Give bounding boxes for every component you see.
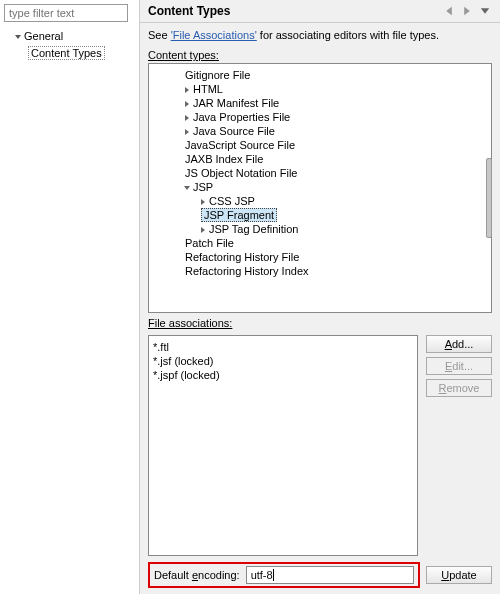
tree-item-general[interactable]: General (4, 28, 135, 44)
content-type-item[interactable]: Patch File (153, 236, 487, 250)
file-association-item[interactable]: *.ftl (153, 340, 413, 354)
file-associations-label: File associations: (148, 317, 492, 329)
content-type-item[interactable]: JAXB Index File (153, 152, 487, 166)
content-type-item[interactable]: JAR Manifest File (153, 96, 487, 110)
content-type-item[interactable]: Gitignore File (153, 68, 487, 82)
remove-button: Remove (426, 379, 492, 397)
page-title: Content Types (148, 4, 230, 18)
encoding-input[interactable]: utf-8 (246, 566, 414, 584)
edit-button: Edit... (426, 357, 492, 375)
content-panel: Content Types See 'File Associations' fo… (140, 0, 500, 594)
content-type-item[interactable]: Refactoring History Index (153, 264, 487, 278)
content-type-item[interactable]: Refactoring History File (153, 250, 487, 264)
content-type-item[interactable]: JSP Fragment (153, 208, 487, 222)
content-type-item[interactable]: HTML (153, 82, 487, 96)
chevron-icon[interactable] (185, 129, 189, 135)
add-button[interactable]: Add... (426, 335, 492, 353)
tree-item-content-types[interactable]: Content Types (4, 44, 135, 62)
panel-header: Content Types (140, 0, 500, 23)
scrollbar-thumb[interactable] (486, 158, 492, 238)
content-type-item[interactable]: JavaScript Source File (153, 138, 487, 152)
chevron-icon[interactable] (185, 101, 189, 107)
intro-text: See 'File Associations' for associating … (148, 29, 492, 45)
update-button[interactable]: Update (426, 566, 492, 584)
content-type-item[interactable]: CSS JSP (153, 194, 487, 208)
dropdown-icon[interactable] (478, 4, 492, 18)
toolbar-nav (442, 4, 492, 18)
content-types-tree[interactable]: Gitignore FileHTMLJAR Manifest FileJava … (148, 63, 492, 313)
chevron-icon[interactable] (185, 115, 189, 121)
chevron-icon[interactable] (201, 199, 205, 205)
chevron-icon[interactable] (201, 227, 205, 233)
forward-icon[interactable] (460, 4, 474, 18)
filter-input[interactable] (4, 4, 128, 22)
content-type-item[interactable]: JSP Tag Definition (153, 222, 487, 236)
file-association-item[interactable]: *.jsf (locked) (153, 354, 413, 368)
caret-down-icon (15, 35, 21, 39)
encoding-highlight: Default encoding: utf-8 (148, 562, 420, 588)
content-type-item[interactable]: Java Source File (153, 124, 487, 138)
chevron-icon[interactable] (184, 186, 190, 190)
back-icon[interactable] (442, 4, 456, 18)
content-types-label: Content types: (148, 49, 492, 61)
tree-label: General (24, 30, 63, 42)
file-associations-list[interactable]: *.ftl*.jsf (locked)*.jspf (locked) (148, 335, 418, 556)
content-type-item[interactable]: Java Properties File (153, 110, 487, 124)
file-associations-link[interactable]: 'File Associations' (171, 29, 257, 41)
content-type-item[interactable]: JSP (153, 180, 487, 194)
preferences-nav-panel: General Content Types (0, 0, 140, 594)
encoding-label: Default encoding: (154, 569, 240, 581)
tree-label: Content Types (28, 46, 105, 60)
file-association-item[interactable]: *.jspf (locked) (153, 368, 413, 382)
content-type-item[interactable]: JS Object Notation File (153, 166, 487, 180)
chevron-icon[interactable] (185, 87, 189, 93)
